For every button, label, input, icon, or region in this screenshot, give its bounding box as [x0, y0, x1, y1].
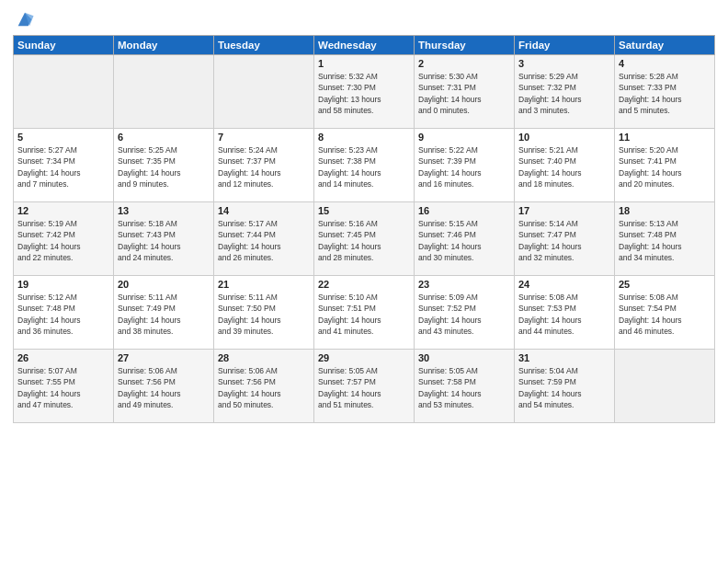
day-info: Sunrise: 5:07 AM Sunset: 7:55 PM Dayligh…: [17, 365, 109, 410]
calendar-cell: 29Sunrise: 5:05 AM Sunset: 7:57 PM Dayli…: [314, 350, 415, 423]
day-info: Sunrise: 5:23 AM Sunset: 7:38 PM Dayligh…: [318, 144, 410, 190]
calendar-cell: 14Sunrise: 5:17 AM Sunset: 7:44 PM Dayli…: [214, 202, 314, 276]
day-number: 2: [418, 58, 510, 69]
logo-icon: [15, 9, 35, 29]
day-number: 20: [118, 279, 210, 290]
calendar-cell: 12Sunrise: 5:19 AM Sunset: 7:42 PM Dayli…: [14, 202, 114, 276]
day-info: Sunrise: 5:08 AM Sunset: 7:54 PM Dayligh…: [619, 292, 711, 337]
calendar-cell: 2Sunrise: 5:30 AM Sunset: 7:31 PM Daylig…: [415, 55, 515, 129]
day-info: Sunrise: 5:20 AM Sunset: 7:41 PM Dayligh…: [619, 144, 711, 190]
calendar-table: SundayMondayTuesdayWednesdayThursdayFrid…: [13, 35, 715, 423]
day-number: 23: [418, 279, 510, 290]
calendar-cell: 7Sunrise: 5:24 AM Sunset: 7:37 PM Daylig…: [214, 129, 314, 202]
calendar-cell: 11Sunrise: 5:20 AM Sunset: 7:41 PM Dayli…: [615, 129, 715, 202]
calendar-cell: 13Sunrise: 5:18 AM Sunset: 7:43 PM Dayli…: [114, 202, 214, 276]
day-number: 16: [418, 205, 510, 216]
day-info: Sunrise: 5:09 AM Sunset: 7:52 PM Dayligh…: [418, 292, 510, 337]
day-info: Sunrise: 5:06 AM Sunset: 7:56 PM Dayligh…: [218, 365, 310, 410]
weekday-header: Thursday: [415, 36, 515, 55]
day-info: Sunrise: 5:21 AM Sunset: 7:40 PM Dayligh…: [518, 144, 610, 190]
day-info: Sunrise: 5:11 AM Sunset: 7:49 PM Dayligh…: [118, 292, 210, 337]
main-container: SundayMondayTuesdayWednesdayThursdayFrid…: [0, 0, 728, 431]
calendar-cell: 18Sunrise: 5:13 AM Sunset: 7:48 PM Dayli…: [615, 202, 715, 276]
day-number: 28: [218, 352, 310, 363]
day-number: 8: [318, 132, 410, 143]
day-number: 9: [418, 132, 510, 143]
calendar-cell: 31Sunrise: 5:04 AM Sunset: 7:59 PM Dayli…: [515, 350, 615, 423]
calendar-cell: 3Sunrise: 5:29 AM Sunset: 7:32 PM Daylig…: [515, 55, 615, 129]
day-info: Sunrise: 5:11 AM Sunset: 7:50 PM Dayligh…: [218, 292, 310, 337]
day-number: 27: [118, 352, 210, 363]
day-info: Sunrise: 5:12 AM Sunset: 7:48 PM Dayligh…: [17, 292, 109, 337]
day-number: 10: [518, 132, 610, 143]
day-info: Sunrise: 5:18 AM Sunset: 7:43 PM Dayligh…: [118, 218, 210, 263]
day-number: 30: [418, 352, 510, 363]
day-info: Sunrise: 5:32 AM Sunset: 7:30 PM Dayligh…: [318, 71, 410, 116]
logo: [13, 13, 35, 29]
day-number: 21: [218, 279, 310, 290]
calendar-cell: 28Sunrise: 5:06 AM Sunset: 7:56 PM Dayli…: [214, 350, 314, 423]
calendar-cell: [14, 55, 114, 129]
calendar-cell: 26Sunrise: 5:07 AM Sunset: 7:55 PM Dayli…: [14, 350, 114, 423]
day-info: Sunrise: 5:10 AM Sunset: 7:51 PM Dayligh…: [318, 292, 410, 337]
day-info: Sunrise: 5:22 AM Sunset: 7:39 PM Dayligh…: [418, 144, 510, 190]
calendar-cell: 25Sunrise: 5:08 AM Sunset: 7:54 PM Dayli…: [615, 276, 715, 350]
day-number: 14: [218, 205, 310, 216]
day-info: Sunrise: 5:25 AM Sunset: 7:35 PM Dayligh…: [118, 144, 210, 190]
calendar-cell: 9Sunrise: 5:22 AM Sunset: 7:39 PM Daylig…: [415, 129, 515, 202]
calendar-cell: 8Sunrise: 5:23 AM Sunset: 7:38 PM Daylig…: [314, 129, 415, 202]
day-info: Sunrise: 5:14 AM Sunset: 7:47 PM Dayligh…: [518, 218, 610, 263]
day-number: 22: [318, 279, 410, 290]
calendar-cell: [214, 55, 314, 129]
day-info: Sunrise: 5:17 AM Sunset: 7:44 PM Dayligh…: [218, 218, 310, 263]
day-info: Sunrise: 5:05 AM Sunset: 7:57 PM Dayligh…: [318, 365, 410, 410]
day-info: Sunrise: 5:27 AM Sunset: 7:34 PM Dayligh…: [17, 144, 109, 190]
calendar-cell: 19Sunrise: 5:12 AM Sunset: 7:48 PM Dayli…: [14, 276, 114, 350]
day-number: 11: [619, 132, 711, 143]
day-number: 19: [17, 279, 109, 290]
day-info: Sunrise: 5:13 AM Sunset: 7:48 PM Dayligh…: [619, 218, 711, 263]
day-number: 25: [619, 279, 711, 290]
day-info: Sunrise: 5:19 AM Sunset: 7:42 PM Dayligh…: [17, 218, 109, 263]
calendar-week-row: 12Sunrise: 5:19 AM Sunset: 7:42 PM Dayli…: [14, 202, 715, 276]
day-number: 15: [318, 205, 410, 216]
calendar-cell: 27Sunrise: 5:06 AM Sunset: 7:56 PM Dayli…: [114, 350, 214, 423]
calendar-cell: 4Sunrise: 5:28 AM Sunset: 7:33 PM Daylig…: [615, 55, 715, 129]
calendar-cell: [615, 350, 715, 423]
weekday-header: Sunday: [14, 36, 114, 55]
day-number: 12: [17, 205, 109, 216]
day-number: 3: [518, 58, 610, 69]
calendar-cell: 16Sunrise: 5:15 AM Sunset: 7:46 PM Dayli…: [415, 202, 515, 276]
calendar-week-row: 5Sunrise: 5:27 AM Sunset: 7:34 PM Daylig…: [14, 129, 715, 202]
day-number: 24: [518, 279, 610, 290]
day-info: Sunrise: 5:08 AM Sunset: 7:53 PM Dayligh…: [518, 292, 610, 337]
calendar-cell: 10Sunrise: 5:21 AM Sunset: 7:40 PM Dayli…: [515, 129, 615, 202]
calendar-cell: 15Sunrise: 5:16 AM Sunset: 7:45 PM Dayli…: [314, 202, 415, 276]
day-info: Sunrise: 5:24 AM Sunset: 7:37 PM Dayligh…: [218, 144, 310, 190]
day-info: Sunrise: 5:15 AM Sunset: 7:46 PM Dayligh…: [418, 218, 510, 263]
calendar-cell: 24Sunrise: 5:08 AM Sunset: 7:53 PM Dayli…: [515, 276, 615, 350]
calendar-cell: 30Sunrise: 5:05 AM Sunset: 7:58 PM Dayli…: [415, 350, 515, 423]
day-number: 26: [17, 352, 109, 363]
calendar-cell: 22Sunrise: 5:10 AM Sunset: 7:51 PM Dayli…: [314, 276, 415, 350]
day-number: 31: [518, 352, 610, 363]
calendar-week-row: 19Sunrise: 5:12 AM Sunset: 7:48 PM Dayli…: [14, 276, 715, 350]
calendar-cell: 6Sunrise: 5:25 AM Sunset: 7:35 PM Daylig…: [114, 129, 214, 202]
calendar-week-row: 1Sunrise: 5:32 AM Sunset: 7:30 PM Daylig…: [14, 55, 715, 129]
calendar-cell: 23Sunrise: 5:09 AM Sunset: 7:52 PM Dayli…: [415, 276, 515, 350]
calendar-cell: 1Sunrise: 5:32 AM Sunset: 7:30 PM Daylig…: [314, 55, 415, 129]
day-number: 18: [619, 205, 711, 216]
day-number: 7: [218, 132, 310, 143]
day-info: Sunrise: 5:30 AM Sunset: 7:31 PM Dayligh…: [418, 71, 510, 116]
weekday-header: Saturday: [615, 36, 715, 55]
day-number: 29: [318, 352, 410, 363]
day-number: 6: [118, 132, 210, 143]
calendar-cell: 17Sunrise: 5:14 AM Sunset: 7:47 PM Dayli…: [515, 202, 615, 276]
day-info: Sunrise: 5:16 AM Sunset: 7:45 PM Dayligh…: [318, 218, 410, 263]
weekday-header: Wednesday: [314, 36, 415, 55]
weekday-header: Tuesday: [214, 36, 314, 55]
day-number: 1: [318, 58, 410, 69]
day-number: 17: [518, 205, 610, 216]
header: [13, 9, 715, 29]
calendar-cell: 21Sunrise: 5:11 AM Sunset: 7:50 PM Dayli…: [214, 276, 314, 350]
